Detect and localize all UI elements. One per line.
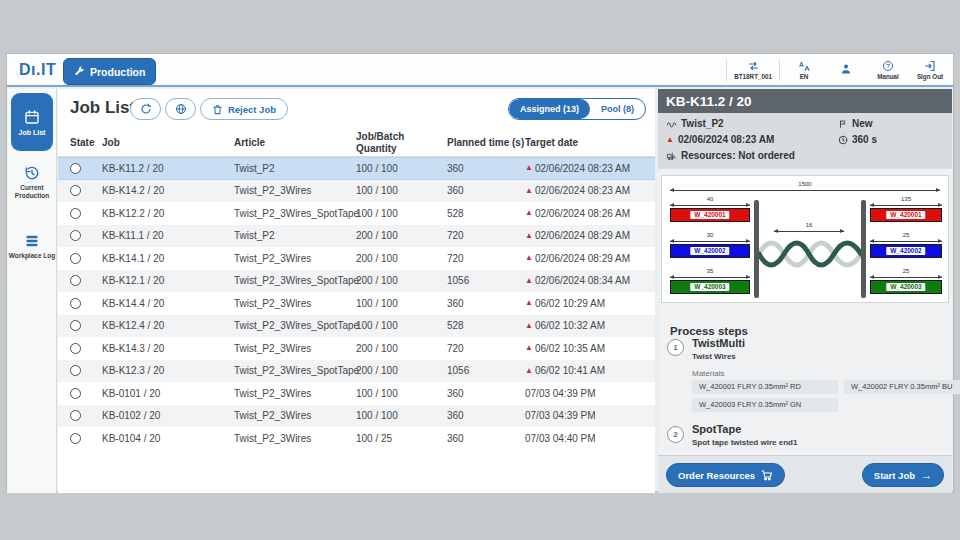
row-job: KB-K12.1 / 20 [102,275,234,286]
tab-assigned[interactable]: Assigned (13) [509,99,590,119]
wire-bar: W_420001 [670,208,750,222]
wire-bar: W_420002 [870,244,942,258]
table-row[interactable]: KB-K12.1 / 20 Twist_P2_3Wires_SpotTape 2… [58,270,655,293]
row-quantity: 100 / 100 [356,185,447,196]
table-row[interactable]: KB-0104 / 20 Twist_P2_3Wires 100 / 25 36… [58,427,655,450]
row-state-cell [58,163,102,174]
manual-label: Manual [877,73,899,80]
svg-text:A: A [799,60,804,67]
state-radio[interactable] [70,275,81,286]
wire-bar: W_420003 [670,280,750,294]
row-job: KB-K11.1 / 20 [102,230,234,241]
table-row[interactable]: KB-0101 / 20 Twist_P2_3Wires 100 / 100 3… [58,382,655,405]
state-radio[interactable] [70,230,81,241]
materials-row-1: W_420001 FLRY 0.35mm² RD W_420002 FLRY 0… [692,380,960,394]
fixture-bar [861,200,866,298]
row-date-text: 02/06/2024 08:34 AM [535,275,630,286]
sidebar-item-job-list[interactable]: Job List [11,93,53,151]
order-resources-button[interactable]: Order Resources [666,463,785,487]
wire-bar: W_420002 [670,244,750,258]
production-tab[interactable]: Production [63,58,156,85]
table-row[interactable]: KB-K14.3 / 20 Twist_P2_3Wires 200 / 100 … [58,337,655,360]
twist-icon [666,119,677,129]
late-warning-icon: ▲ [666,136,674,144]
language-button[interactable]: A EN [783,60,825,80]
trash-icon [212,104,223,115]
job-list-panel: Job List Reject Job Assigned (13) Pool [58,89,655,493]
reject-job-button[interactable]: Reject Job [200,98,288,120]
wire-end: 35 W_420003 [670,268,750,294]
state-radio[interactable] [70,343,81,354]
sidebar-item-current-production[interactable]: Current Production [7,165,57,200]
row-date-text: 02/06/2024 08:23 AM [535,185,630,196]
state-radio[interactable] [70,320,81,331]
late-warning-icon: ▲ [525,322,533,330]
state-radio[interactable] [70,365,81,376]
svg-text:?: ? [886,63,890,69]
arrow-right-icon: → [921,470,932,481]
wire-end: 40 W_420001 [670,196,750,222]
table-row[interactable]: KB-K12.3 / 20 Twist_P2_3Wires_SpotTape 2… [58,360,655,383]
row-quantity: 100 / 100 [356,163,447,174]
user-button[interactable] [825,63,867,76]
wire-label: W_420001 [886,211,925,219]
state-radio[interactable] [70,388,81,399]
row-target-date: ▲ 07/03 04:39 PM [525,410,655,421]
reject-job-label: Reject Job [228,104,276,115]
table-row[interactable]: KB-K14.2 / 20 Twist_P2_3Wires 100 / 100 … [58,180,655,203]
detail-info: Twist_P2 New ▲ 02/06/2024 08:23 AM 3 [658,113,952,169]
row-planned-time: 360 [447,298,525,309]
row-target-date: ▲ 06/02 10:35 AM [525,343,655,354]
wire-end: 25 W_420002 [870,232,942,258]
globe-button[interactable] [165,98,196,120]
device-switch-button[interactable]: BT18RT_001 [730,60,776,80]
table-row[interactable]: KB-K11.1 / 20 Twist_P2 200 / 100 720 ▲ 0… [58,225,655,248]
sign-out-button[interactable]: Sign Out [909,60,951,80]
table-row[interactable]: KB-K14.1 / 20 Twist_P2_3Wires 200 / 100 … [58,247,655,270]
manual-button[interactable]: ? Manual [867,60,909,80]
device-label: BT18RT_001 [734,73,772,80]
row-quantity: 100 / 100 [356,298,447,309]
row-planned-time: 720 [447,230,525,241]
row-planned-time: 360 [447,388,525,399]
row-job: KB-0101 / 20 [102,388,234,399]
state-radio[interactable] [70,298,81,309]
refresh-button[interactable] [130,98,161,120]
row-planned-time: 360 [447,163,525,174]
table-row[interactable]: KB-0102 / 20 Twist_P2_3Wires 100 / 100 3… [58,405,655,428]
wire-dimension: 25 [870,268,942,280]
state-radio[interactable] [70,253,81,264]
wire-end: 25 W_420003 [870,268,942,294]
state-radio[interactable] [70,208,81,219]
sidebar-item-label: Job List [19,129,46,136]
sidebar-item-workplace-log[interactable]: Workplace Log [7,233,57,260]
row-date-text: 02/06/2024 08:29 AM [535,253,630,264]
row-job: KB-K11.2 / 20 [102,163,234,174]
table-row[interactable]: KB-K11.2 / 20 Twist_P2 100 / 100 360 ▲ 0… [58,157,655,180]
detail-title: KB-K11.2 / 20 [658,89,952,113]
sidebar-item-label: Current Production [7,184,57,200]
wire-dimension: 135 [870,196,942,208]
table-row[interactable]: KB-K12.2 / 20 Twist_P2_3Wires_SpotTape 1… [58,202,655,225]
row-date-text: 06/02 10:35 AM [535,343,605,354]
row-target-date: ▲ 02/06/2024 08:29 AM [525,230,655,241]
state-radio[interactable] [70,163,81,174]
row-article: Twist_P2_3Wires [234,298,356,309]
state-radio[interactable] [70,433,81,444]
table-row[interactable]: KB-K12.4 / 20 Twist_P2_3Wires_SpotTape 1… [58,315,655,338]
late-warning-icon: ▲ [525,164,533,172]
step-1-description: Twist Wires [692,352,736,361]
state-radio[interactable] [70,410,81,421]
wire-bar: W_420001 [870,208,942,222]
row-state-cell [58,230,102,241]
row-article: Twist_P2 [234,163,356,174]
tab-pool[interactable]: Pool (8) [590,99,645,119]
start-job-button[interactable]: Start Job → [862,463,944,487]
state-radio[interactable] [70,185,81,196]
content-area: Job List Current Production Workplace Lo… [7,89,955,493]
table-row[interactable]: KB-K14.4 / 20 Twist_P2_3Wires 100 / 100 … [58,292,655,315]
row-job: KB-K12.4 / 20 [102,320,234,331]
clock-icon [838,135,848,145]
step-1-number: 1 [667,339,684,356]
row-state-cell [58,185,102,196]
